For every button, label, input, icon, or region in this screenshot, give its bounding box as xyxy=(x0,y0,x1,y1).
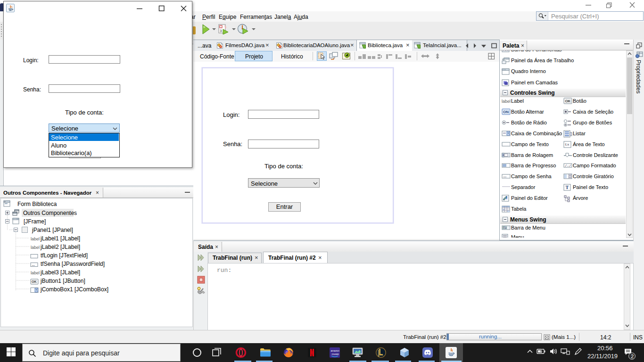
svg-text:ON: ON xyxy=(503,110,509,114)
svg-text:T: T xyxy=(566,185,569,190)
svg-text:/-/: /-/ xyxy=(565,164,571,168)
svg-text:OK: OK xyxy=(565,99,570,103)
svg-text:tx: tx xyxy=(565,142,570,147)
svg-text:3: 3 xyxy=(220,29,222,33)
svg-text:music: music xyxy=(331,353,339,355)
svg-text:File: File xyxy=(503,227,507,229)
svg-text:amazon: amazon xyxy=(330,349,339,352)
svg-text:...: ... xyxy=(504,174,507,178)
